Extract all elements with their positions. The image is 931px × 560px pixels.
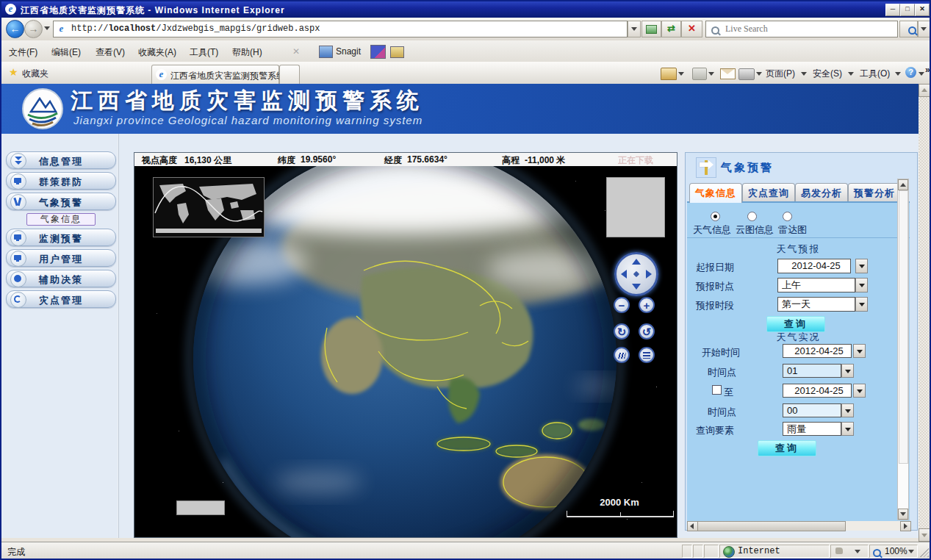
pan-down-icon[interactable] [632,284,641,290]
scroll-thumb[interactable] [899,190,908,464]
close-button[interactable]: ✕ [915,4,930,16]
page-scroll-down-button[interactable] [919,528,931,542]
minimize-button[interactable]: ─ [885,4,900,16]
tab-susceptibility-analysis[interactable]: 易发分析 [795,183,848,202]
chevron-more-icon[interactable]: » [925,65,930,75]
overview-map[interactable] [153,177,265,237]
maximize-button[interactable]: □ [900,4,915,16]
panel-vertical-scrollbar[interactable] [897,179,909,520]
zoom-in-button[interactable]: + [639,297,655,313]
until-hour-dropdown[interactable] [841,403,854,417]
element-select[interactable]: 雨量 [783,422,841,436]
actual-start-dropdown[interactable] [853,344,866,358]
command-page[interactable]: 页面(P) [766,68,795,80]
forward-button[interactable]: → [24,20,43,38]
new-tab-stub[interactable] [279,65,300,84]
sidebar-item-decision-support[interactable]: 辅助决策 [6,270,116,287]
resize-grip[interactable] [920,548,929,557]
forecast-query-button[interactable]: 查询 [766,316,825,332]
until-hour-select[interactable]: 00 [783,403,841,417]
url-dropdown-button[interactable] [628,21,641,37]
sidebar-item-info-management[interactable]: 信息管理 [6,151,116,169]
rotate-left-button[interactable]: ↻ [614,323,630,340]
panel-horizontal-scrollbar[interactable] [687,521,910,531]
scroll-left-button[interactable] [687,521,698,531]
search-go-button[interactable] [899,21,918,37]
history-dropdown-icon[interactable] [44,26,50,30]
zoom-dropdown-icon[interactable] [908,550,914,553]
radio-label-weather[interactable]: 天气信息 [693,223,731,237]
tab-current-page[interactable]: e 江西省地质灾害监测预警系统 [151,65,279,84]
tab-hazard-query[interactable]: 灾点查询 [742,183,795,202]
tilt-up-button[interactable] [614,347,630,363]
rss-dropdown-icon[interactable] [708,72,714,76]
snagit-capture-icon[interactable] [370,45,386,59]
menu-favorites[interactable]: 收藏夹(A) [138,46,176,59]
pan-left-icon[interactable] [621,270,627,279]
search-input[interactable] [724,23,874,35]
menu-file[interactable]: 文件(F) [9,46,37,59]
forecast-date-select[interactable]: 2012-04-25 [777,259,851,273]
help-dropdown-icon[interactable] [919,72,924,76]
command-safety[interactable]: 安全(S) [813,68,842,80]
element-dropdown[interactable] [841,422,854,436]
actual-query-button[interactable]: 查询 [758,440,816,456]
hscroll-thumb[interactable] [697,521,846,531]
page-scroll-up-button[interactable] [919,84,931,97]
forecast-period-dropdown[interactable] [855,297,868,312]
radio-cloud-image[interactable] [747,212,757,221]
until-date-dropdown[interactable] [853,384,866,398]
actual-hour-select[interactable]: 01 [783,364,841,378]
safety-dropdown-icon[interactable] [848,72,854,76]
print-dropdown-icon[interactable] [756,72,762,76]
pan-control[interactable] [614,252,658,296]
tab-weather-info[interactable]: 气象信息 [689,183,742,203]
sidebar-item-monitor-warning[interactable]: 监测预警 [6,229,116,246]
favorites-star-icon[interactable]: ★ [9,66,18,78]
help-icon[interactable]: ? [905,67,916,78]
radio-radar-image[interactable] [783,212,792,221]
forecast-date-dropdown[interactable] [855,259,868,273]
zoom-out-button[interactable]: − [614,297,630,313]
protected-mode-dropdown-icon[interactable] [855,550,860,553]
forecast-time-select[interactable]: 上午 [777,278,855,292]
until-checkbox[interactable] [712,385,722,395]
until-date-select[interactable]: 2012-04-25 [783,384,852,398]
sidebar-submenu-weather-info[interactable]: 气象信息 [26,213,96,226]
radio-label-radar[interactable]: 雷达图 [778,223,807,237]
menu-edit[interactable]: 编辑(E) [51,46,81,59]
sidebar-item-group-prevention[interactable]: 群策群防 [6,172,116,190]
tab-warning-analysis[interactable]: 预警分析 [848,183,901,202]
tools-dropdown-icon[interactable] [895,72,901,76]
forecast-time-dropdown[interactable] [855,278,868,292]
snagit-label[interactable]: Snagit [336,46,361,57]
rss-icon[interactable] [692,68,707,80]
snagit-editor-icon[interactable] [390,46,404,58]
menu-view[interactable]: 查看(V) [96,46,125,59]
search-options-button[interactable] [918,21,930,37]
menu-tools[interactable]: 工具(T) [190,46,218,59]
menu-help[interactable]: 帮助(H) [232,46,262,59]
globe-canvas[interactable]: − + ↻ ↺ 2000 Km [134,166,677,537]
scroll-up-button[interactable] [898,179,908,190]
radio-label-cloud[interactable]: 云图信息 [736,223,774,237]
compatibility-button[interactable] [641,21,661,37]
rotate-right-button[interactable]: ↺ [639,323,655,340]
sidebar-item-weather-warning[interactable]: 气象预警 [6,193,116,210]
command-tools[interactable]: 工具(O) [860,68,890,80]
sidebar-item-hazard-management[interactable]: 灾点管理 [6,290,116,308]
search-box[interactable] [705,21,898,37]
stop-button[interactable]: ✕ [681,21,702,37]
radio-weather-info[interactable] [711,212,720,221]
actual-hour-dropdown[interactable] [841,364,854,378]
mail-icon[interactable] [720,68,736,79]
back-button[interactable]: ← [6,20,24,38]
protected-mode-cell[interactable] [830,545,869,558]
sidebar-item-user-management[interactable]: 用户管理 [6,249,116,267]
home-dropdown-icon[interactable] [678,72,684,76]
page-scrollbar[interactable] [919,84,931,542]
tilt-reset-button[interactable] [639,347,655,363]
url-field[interactable]: e http://localhost/Jxdzwebgis_mapgis/gri… [53,21,628,37]
zoom-cell[interactable]: 100% [869,545,918,558]
pan-up-icon[interactable] [632,259,641,265]
